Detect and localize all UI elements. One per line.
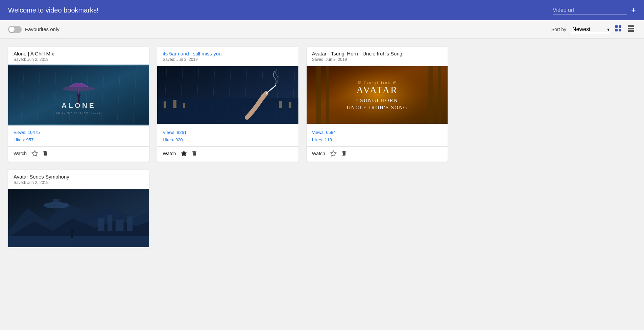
card-avatar-iroh-delete-button[interactable] xyxy=(340,149,348,158)
grid-view-button[interactable] xyxy=(614,24,623,34)
svg-text:TSUNGI HORN: TSUNGI HORN xyxy=(356,97,398,103)
svg-rect-57 xyxy=(108,215,112,231)
svg-text:CHILL MIX BY BEAN FIELDS: CHILL MIX BY BEAN FIELDS xyxy=(56,112,101,114)
card-avatar-iroh-header: Avatar - Tsungi Horn - Uncle Iroh's Song… xyxy=(307,47,448,65)
card-avatar-iroh-favourite-button[interactable] xyxy=(329,149,337,158)
card-avatar-iroh-title: Avatar - Tsungi Horn - Uncle Iroh's Song xyxy=(312,51,442,56)
svg-rect-36 xyxy=(183,103,185,108)
card-avatar-iroh-views: Views: 6594 xyxy=(312,129,442,136)
svg-rect-58 xyxy=(116,220,124,231)
card-5am-favourite-button[interactable] xyxy=(180,149,188,158)
card-avatar-iroh-actions: Watch xyxy=(307,146,448,162)
card-alone: Alone | A Chill Mix Saved: Jun 2, 2019 xyxy=(8,47,149,162)
card-avatar-series-title: Avatar Series Symphony xyxy=(14,174,144,180)
video-grid: Alone | A Chill Mix Saved: Jun 2, 2019 xyxy=(8,47,448,249)
svg-rect-0 xyxy=(615,25,618,28)
card-5am: its 5am and i still miss you Saved: Jun … xyxy=(157,47,298,162)
card-avatar-iroh: Avatar - Tsungi Horn - Uncle Iroh's Song… xyxy=(307,47,448,162)
sort-select[interactable]: Newest Oldest Most Viewed Most Liked xyxy=(571,26,610,33)
card-5am-title: its 5am and i still miss you xyxy=(163,51,293,56)
svg-text:AVATAR: AVATAR xyxy=(356,85,398,95)
favourites-toggle[interactable] xyxy=(8,26,22,33)
card-avatar-iroh-stats: Views: 6594 Likes: 118 xyxy=(307,125,448,145)
svg-rect-45 xyxy=(428,66,433,124)
list-view-button[interactable] xyxy=(626,24,636,34)
card-alone-favourite-button[interactable] xyxy=(31,149,39,158)
card-avatar-series-header: Avatar Series Symphony Saved: Jun 2, 201… xyxy=(8,170,149,188)
card-5am-saved: Saved: Jun 2, 2019 xyxy=(163,57,293,62)
card-alone-saved: Saved: Jun 2, 2019 xyxy=(14,57,144,62)
main-content: Alone | A Chill Mix Saved: Jun 2, 2019 xyxy=(0,39,644,257)
card-alone-likes: Likes: 957 xyxy=(14,136,144,144)
toolbar: Favourites only Sort by: Newest Oldest M… xyxy=(0,20,644,39)
svg-rect-53 xyxy=(8,236,149,247)
card-5am-watch-button[interactable]: Watch xyxy=(163,151,176,156)
svg-text:茶 Tsungi Iroh 迎: 茶 Tsungi Iroh 迎 xyxy=(357,81,397,85)
card-alone-delete-button[interactable] xyxy=(42,149,49,158)
toggle-track xyxy=(8,26,22,33)
card-avatar-series: Avatar Series Symphony Saved: Jun 2, 201… xyxy=(8,170,149,249)
card-alone-stats: Views: 10475 Likes: 957 xyxy=(8,125,149,145)
toolbar-right: Sort by: Newest Oldest Most Viewed Most … xyxy=(551,24,636,34)
svg-rect-34 xyxy=(164,101,166,108)
card-5am-thumbnail xyxy=(157,65,298,125)
svg-rect-46 xyxy=(438,66,441,124)
card-alone-header: Alone | A Chill Mix Saved: Jun 2, 2019 xyxy=(8,47,149,65)
svg-text:ALONE: ALONE xyxy=(62,101,96,109)
svg-text:UNCLE IROH'S SONG: UNCLE IROH'S SONG xyxy=(347,104,407,110)
svg-rect-5 xyxy=(628,28,634,29)
card-avatar-iroh-watch-button[interactable]: Watch xyxy=(312,151,325,156)
svg-point-54 xyxy=(71,229,74,232)
card-5am-stats: Views: 8261 Likes: 920 xyxy=(157,125,298,145)
svg-rect-35 xyxy=(173,100,176,108)
card-avatar-iroh-likes: Likes: 118 xyxy=(312,136,442,144)
svg-rect-33 xyxy=(157,98,298,124)
svg-rect-59 xyxy=(127,216,133,231)
card-5am-views: Views: 8261 xyxy=(163,129,293,136)
svg-rect-44 xyxy=(326,66,329,124)
svg-marker-40 xyxy=(181,151,187,156)
app-title: Welcome to video bookmarks! xyxy=(8,6,99,14)
sort-select-wrapper: Newest Oldest Most Viewed Most Liked xyxy=(571,26,610,33)
svg-rect-3 xyxy=(619,29,621,31)
card-5am-header: its 5am and i still miss you Saved: Jun … xyxy=(157,47,298,65)
card-5am-likes: Likes: 920 xyxy=(163,136,293,144)
svg-rect-2 xyxy=(615,29,618,31)
svg-rect-1 xyxy=(619,25,621,28)
card-alone-thumbnail: ALONE CHILL MIX BY BEAN FIELDS xyxy=(8,65,149,125)
toggle-thumb xyxy=(9,27,15,32)
header-right: + xyxy=(553,6,636,15)
svg-rect-43 xyxy=(316,66,321,124)
card-5am-actions: Watch xyxy=(157,146,298,162)
svg-rect-38 xyxy=(289,102,291,108)
card-avatar-series-thumbnail xyxy=(8,188,149,249)
card-alone-actions: Watch xyxy=(8,146,149,162)
svg-marker-51 xyxy=(330,151,336,156)
card-avatar-iroh-saved: Saved: Jun 2, 2019 xyxy=(312,57,442,62)
toolbar-left: Favourites only xyxy=(8,26,59,33)
card-avatar-iroh-thumbnail: 茶 Tsungi Iroh 迎 AVATAR TSUNGI HORN UNCLE… xyxy=(307,65,448,125)
card-alone-watch-button[interactable]: Watch xyxy=(14,151,27,156)
svg-rect-55 xyxy=(71,233,73,238)
svg-rect-61 xyxy=(53,199,59,205)
svg-marker-22 xyxy=(32,151,38,156)
favourites-label: Favourites only xyxy=(25,26,59,32)
card-alone-views: Views: 10475 xyxy=(14,129,144,136)
svg-rect-6 xyxy=(628,30,634,32)
card-5am-delete-button[interactable] xyxy=(191,149,198,158)
svg-rect-37 xyxy=(279,101,282,108)
card-avatar-series-saved: Saved: Jun 2, 2019 xyxy=(14,180,144,185)
app-header: Welcome to video bookmarks! + xyxy=(0,0,644,20)
sort-label: Sort by: xyxy=(551,27,568,32)
svg-rect-56 xyxy=(98,218,104,231)
add-video-button[interactable]: + xyxy=(631,6,636,14)
video-url-input[interactable] xyxy=(553,6,627,15)
svg-rect-4 xyxy=(628,25,634,27)
card-alone-title: Alone | A Chill Mix xyxy=(14,51,144,56)
